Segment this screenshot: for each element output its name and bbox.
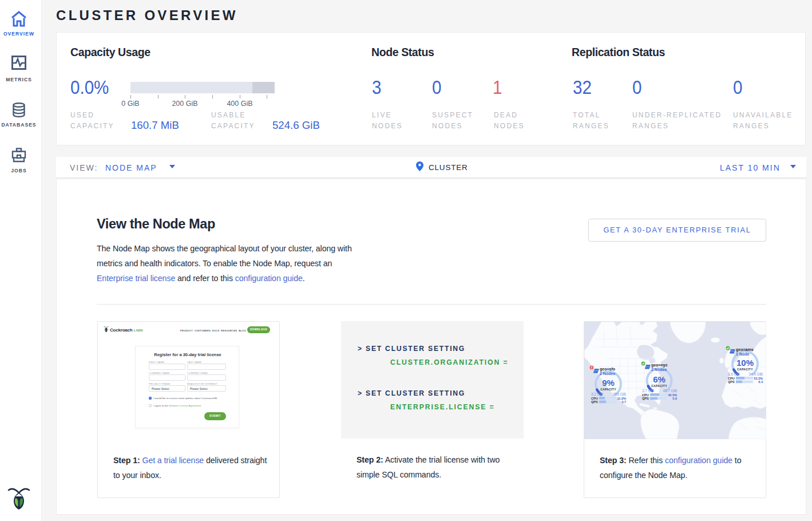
svg-text:6.4: 6.4	[758, 380, 763, 384]
svg-text:2 Nodes: 2 Nodes	[600, 372, 615, 376]
svg-text:CAPACITY: CAPACITY	[600, 388, 616, 391]
svg-text:CAPACITY: CAPACITY	[737, 368, 753, 371]
svg-text:QPS: QPS	[728, 380, 735, 384]
svg-text:9%: 9%	[602, 378, 615, 388]
svg-text:CPU: CPU	[728, 377, 735, 380]
svg-text:geo=nyc: geo=nyc	[651, 363, 668, 368]
svg-text:6%: 6%	[653, 374, 666, 384]
svg-text:34.4 GiB: 34.4 GiB	[748, 372, 763, 376]
svg-text:CPU: CPU	[642, 393, 649, 397]
svg-text:5.0: 5.0	[672, 397, 677, 400]
svg-text:11.0%: 11.0%	[617, 397, 626, 400]
svg-text:3.2 GiB: 3.2 GiB	[591, 392, 603, 396]
svg-text:QPS: QPS	[642, 397, 649, 400]
svg-text:1 Node: 1 Node	[736, 352, 749, 356]
svg-text:10%: 10%	[736, 358, 754, 368]
svg-text:3.6 GiB: 3.6 GiB	[728, 372, 740, 376]
svg-text:3.7 GiB: 3.7 GiB	[642, 389, 654, 393]
svg-text:42.5%: 42.5%	[668, 393, 677, 397]
svg-text:353 GiB: 353 GiB	[613, 392, 626, 396]
svg-text:geo=ams: geo=ams	[736, 348, 754, 352]
svg-text:CAPACITY: CAPACITY	[651, 384, 667, 388]
svg-text:4.7: 4.7	[621, 400, 626, 404]
svg-text:geo=sfo: geo=sfo	[600, 367, 615, 372]
svg-text:2 Nodes: 2 Nodes	[651, 368, 667, 372]
svg-text:53.3%: 53.3%	[754, 377, 763, 380]
svg-text:CPU: CPU	[591, 397, 598, 400]
svg-text:QPS: QPS	[591, 400, 598, 404]
svg-text:45.7 GiB: 45.7 GiB	[663, 389, 677, 393]
